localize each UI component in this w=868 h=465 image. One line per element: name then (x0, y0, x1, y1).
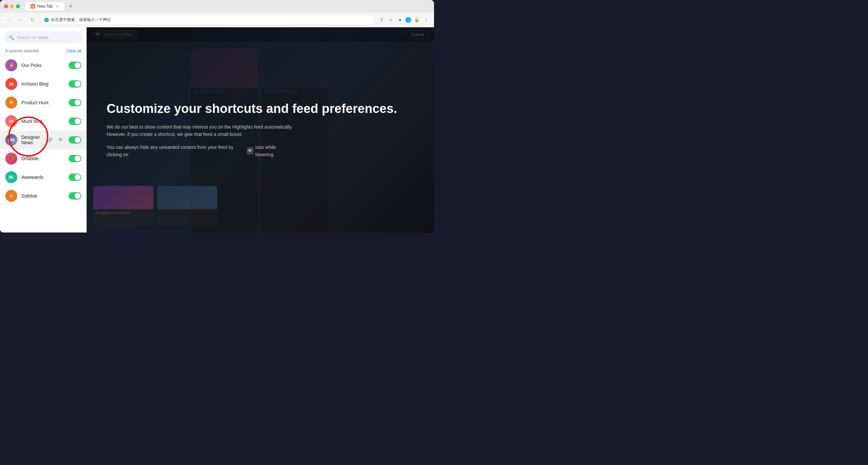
body-paragraph-2: You can always hide any unwanted content… (106, 144, 293, 159)
site-favicon (44, 18, 49, 22)
bottom-card-image-2 (157, 186, 217, 209)
feed-avatar-designer-news: DN (5, 134, 17, 146)
feed-name-dribbble: Dribbble (21, 156, 65, 161)
toggle-product-hunt[interactable] (69, 99, 81, 106)
back-button[interactable]: ← (4, 15, 13, 25)
search-icon: 🔍 (9, 35, 14, 40)
bottom-card-text-2 (157, 209, 217, 213)
feed-name-invision-blog: InVision Blog (21, 81, 65, 87)
toggle-dribbble[interactable] (69, 155, 81, 162)
feed-avatar-our-picks: ⚡ (5, 59, 17, 71)
body-paragraph-1: We do our best to show content that may … (106, 123, 293, 138)
search-box[interactable]: 🔍 Search for feeds (4, 31, 83, 43)
right-panel: Bitwave Games Serendipity Ago... 🔍 Searc… (87, 27, 434, 232)
search-container: 🔍 Search for feeds (0, 31, 87, 46)
main-content: 🔍 Search for feeds 8 sources selected Cl… (0, 27, 434, 232)
bottom-card-text-1: ThoughtLab | Full Service... (93, 209, 153, 217)
feed-avatar-muzli-blog: m (5, 115, 17, 127)
browser-titlebar: m New Tab × + (0, 0, 434, 13)
minimize-button[interactable] (10, 4, 14, 8)
search-input[interactable]: Search for feeds (17, 35, 48, 40)
tab-favicon: m (31, 4, 35, 9)
menu-icon[interactable]: ⋮ (422, 16, 430, 24)
close-button[interactable] (4, 4, 8, 8)
feed-name-sidebar: Sidebar (21, 193, 65, 198)
feed-avatar-product-hunt: P (5, 97, 17, 108)
toggle-sidebar[interactable] (69, 192, 81, 199)
tab-title: New Tab (37, 4, 53, 9)
feed-name-muzli-blog: Muzli blog (21, 119, 65, 124)
link-icon[interactable]: 🔗 (47, 137, 53, 143)
address-text: 在百度中搜索，或者输入一个网址 (51, 17, 111, 23)
maximize-button[interactable] (16, 4, 20, 8)
browser-toolbar: ← → ↻ 在百度中搜索，或者输入一个网址 ⇧ ☆ ● 🔒 ⋮ (0, 13, 434, 27)
bottom-cards: ThoughtLab | Full Service... (87, 186, 434, 226)
muzli-ext-icon[interactable] (405, 17, 411, 23)
address-bar[interactable]: 在百度中搜索，或者输入一个网址 (40, 15, 375, 25)
feed-list: ⚡ Our Picks in InVision Blog P Product H… (0, 56, 87, 228)
inline-eye-icon: 👁 (247, 147, 253, 155)
toggle-muzli-blog[interactable] (69, 118, 81, 125)
share-icon[interactable]: ⇧ (377, 16, 385, 24)
feed-item-muzli-blog[interactable]: m Muzli blog (0, 112, 87, 131)
bottom-card-2 (157, 186, 217, 226)
bookmark-icon[interactable]: ☆ (387, 16, 395, 24)
tab-bar: m New Tab × + (25, 2, 75, 11)
feed-avatar-sidebar: ≡ (5, 190, 17, 202)
bitwarden-icon[interactable]: 🔒 (413, 16, 421, 24)
clear-all-button[interactable]: Clear all (67, 49, 81, 53)
feed-name-awwwards: Awwwards (21, 175, 65, 180)
feed-item-dribbble[interactable]: 🏀 Dribbble (0, 149, 87, 168)
active-tab[interactable]: m New Tab × (25, 2, 65, 11)
feed-avatar-awwwards: W. (5, 171, 17, 183)
eye-icon[interactable]: 👁 (58, 137, 63, 143)
feed-avatar-dribbble: 🏀 (5, 153, 17, 164)
toggle-designer-news[interactable] (69, 136, 81, 144)
traffic-lights (4, 4, 20, 8)
new-tab-button[interactable]: + (66, 2, 75, 11)
extensions-icon[interactable]: ● (396, 16, 404, 24)
toggle-our-picks[interactable] (69, 62, 81, 69)
feed-name-product-hunt: Product Hunt (21, 100, 65, 105)
toggle-invision-blog[interactable] (69, 80, 81, 88)
feed-item-designer-news[interactable]: ⋮ DN Designer News 🔗 👁 (0, 131, 87, 149)
left-panel: 🔍 Search for feeds 8 sources selected Cl… (0, 27, 87, 232)
feed-item-awwwards[interactable]: W. Awwwards (0, 168, 87, 187)
toggle-awwwards[interactable] (69, 174, 81, 181)
bottom-card-1: ThoughtLab | Full Service... (93, 186, 153, 226)
bottom-card-image-1 (93, 186, 153, 209)
body-2-after: icon while hovering. (255, 144, 293, 159)
forward-button[interactable]: → (16, 15, 25, 25)
drag-handle-icon: ⋮ (1, 137, 5, 142)
feed-item-invision-blog[interactable]: in InVision Blog (0, 74, 87, 93)
feed-item-product-hunt[interactable]: P Product Hunt (0, 93, 87, 112)
feed-item-our-picks[interactable]: ⚡ Our Picks (0, 56, 87, 74)
browser-window: m New Tab × + ← → ↻ 在百度中搜索，或者输入一个网址 ⇧ ☆ … (0, 0, 434, 232)
main-heading: Customize your shortcuts and feed prefer… (106, 101, 414, 117)
refresh-button[interactable]: ↻ (28, 15, 37, 25)
toolbar-actions: ⇧ ☆ ● 🔒 ⋮ (377, 16, 430, 24)
sources-header: 8 sources selected Clear all (0, 46, 87, 56)
sources-count: 8 sources selected (5, 49, 39, 53)
feed-name-our-picks: Our Picks (21, 63, 65, 68)
feed-avatar-invision-blog: in (5, 78, 17, 90)
feed-name-designer-news: Designer News (21, 134, 43, 145)
tab-close-icon[interactable]: × (55, 4, 59, 9)
feed-item-sidebar[interactable]: ≡ Sidebar (0, 187, 87, 205)
body-2-before: You can always hide any unwanted content… (106, 144, 245, 159)
